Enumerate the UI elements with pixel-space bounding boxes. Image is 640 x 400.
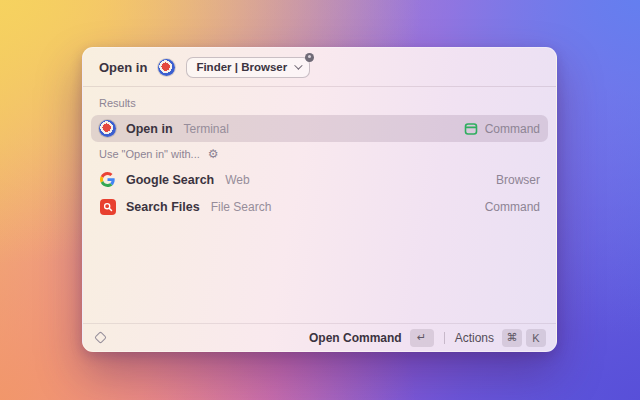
list-item-search-files[interactable]: Search Files File Search Command (91, 193, 548, 220)
use-with-section-label: Use "Open in" with... (99, 148, 200, 160)
return-key-icon: ↵ (410, 329, 434, 347)
chevron-down-icon (294, 61, 302, 69)
list-item-open-in-terminal[interactable]: Open in Terminal Command (91, 115, 548, 142)
open-in-icon (99, 120, 116, 137)
command-title: Open in (99, 60, 147, 75)
list-item-title: Google Search (126, 173, 214, 187)
desktop-background: Open in Finder | Browser Results Open in… (0, 0, 640, 400)
results-section-header: Results (91, 91, 548, 115)
accessory-label: Command (485, 200, 540, 214)
dropdown-hint-badge (305, 53, 314, 62)
raycast-logo-icon (94, 331, 107, 344)
k-key-icon: K (526, 329, 546, 347)
use-with-section-header: Use "Open in" with... ⚙ (91, 142, 548, 166)
terminal-window-icon (464, 122, 478, 136)
list-item-title: Open in (126, 122, 173, 136)
primary-action-button[interactable]: Open Command (309, 331, 402, 345)
results-list: Results Open in Terminal Command Use "Op… (83, 87, 556, 220)
file-search-icon (99, 198, 116, 215)
argument-dropdown-label: Finder | Browser (196, 61, 287, 73)
list-item-subtitle: File Search (211, 200, 272, 214)
actions-button[interactable]: Actions (455, 331, 494, 345)
accessory-label: Command (485, 122, 540, 136)
open-in-icon (158, 59, 175, 76)
header-bar: Open in Finder | Browser (83, 48, 556, 86)
argument-dropdown[interactable]: Finder | Browser (186, 57, 310, 78)
list-item-subtitle: Web (225, 173, 249, 187)
cmd-key-icon: ⌘ (502, 329, 522, 347)
list-item-title: Search Files (126, 200, 200, 214)
gear-icon[interactable]: ⚙ (208, 148, 219, 160)
footer-bar: Open Command ↵ Actions ⌘ K (83, 323, 556, 351)
list-item-google-search[interactable]: Google Search Web Browser (91, 166, 548, 193)
launcher-window: Open in Finder | Browser Results Open in… (82, 47, 557, 352)
accessory-label: Browser (496, 173, 540, 187)
list-item-accessory: Command (464, 122, 540, 136)
google-icon (99, 171, 116, 188)
list-item-subtitle: Terminal (184, 122, 229, 136)
footer-divider (444, 332, 445, 344)
results-section-label: Results (99, 97, 136, 109)
